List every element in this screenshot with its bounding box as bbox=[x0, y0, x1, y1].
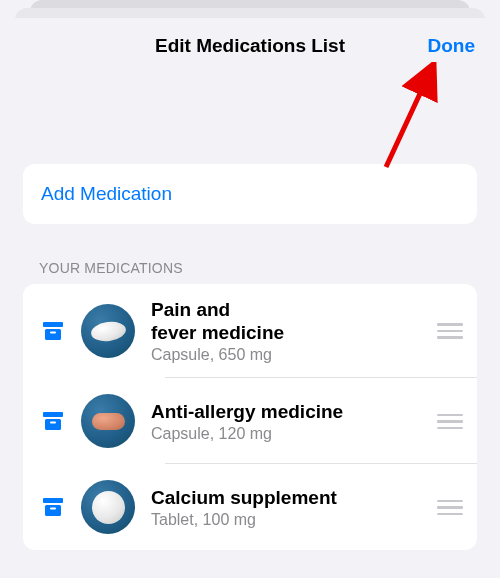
svg-rect-0 bbox=[43, 322, 63, 327]
medication-row: Anti-allergy medicine Capsule, 120 mg bbox=[23, 378, 477, 464]
svg-rect-3 bbox=[43, 412, 63, 417]
svg-rect-1 bbox=[45, 329, 61, 340]
modal-sheet: Edit Medications List Done Add Medicatio… bbox=[3, 18, 497, 578]
add-medication-card[interactable]: Add Medication bbox=[23, 164, 477, 224]
medication-subtitle: Capsule, 120 mg bbox=[151, 425, 425, 443]
medication-row: Calcium supplement Tablet, 100 mg bbox=[23, 464, 477, 550]
archive-icon[interactable] bbox=[41, 319, 65, 343]
svg-rect-5 bbox=[50, 422, 56, 424]
medication-visual-icon bbox=[81, 480, 135, 534]
svg-rect-7 bbox=[45, 505, 61, 516]
add-medication-label: Add Medication bbox=[41, 183, 172, 204]
medication-visual-icon bbox=[81, 304, 135, 358]
medication-visual-icon bbox=[81, 394, 135, 448]
medications-list: Pain andfever medicine Capsule, 650 mg A… bbox=[23, 284, 477, 550]
archive-icon[interactable] bbox=[41, 495, 65, 519]
section-header-label: YOUR MEDICATIONS bbox=[39, 260, 477, 276]
done-button[interactable]: Done bbox=[428, 35, 476, 57]
svg-rect-2 bbox=[50, 332, 56, 334]
reorder-handle-icon[interactable] bbox=[437, 323, 463, 339]
medication-text: Anti-allergy medicine Capsule, 120 mg bbox=[151, 400, 425, 443]
medication-name: Calcium supplement bbox=[151, 486, 425, 509]
archive-icon[interactable] bbox=[41, 409, 65, 433]
nav-header: Edit Medications List Done bbox=[3, 18, 497, 74]
medication-text: Pain andfever medicine Capsule, 650 mg bbox=[151, 298, 425, 364]
reorder-handle-icon[interactable] bbox=[437, 414, 463, 430]
svg-rect-8 bbox=[50, 508, 56, 510]
medication-row: Pain andfever medicine Capsule, 650 mg bbox=[23, 284, 477, 378]
page-title: Edit Medications List bbox=[3, 35, 497, 57]
medication-name: Anti-allergy medicine bbox=[151, 400, 425, 423]
reorder-handle-icon[interactable] bbox=[437, 500, 463, 516]
medication-subtitle: Tablet, 100 mg bbox=[151, 511, 425, 529]
medication-name: Pain andfever medicine bbox=[151, 298, 425, 344]
svg-rect-6 bbox=[43, 498, 63, 503]
svg-rect-4 bbox=[45, 419, 61, 430]
medication-text: Calcium supplement Tablet, 100 mg bbox=[151, 486, 425, 529]
medication-subtitle: Capsule, 650 mg bbox=[151, 346, 425, 364]
